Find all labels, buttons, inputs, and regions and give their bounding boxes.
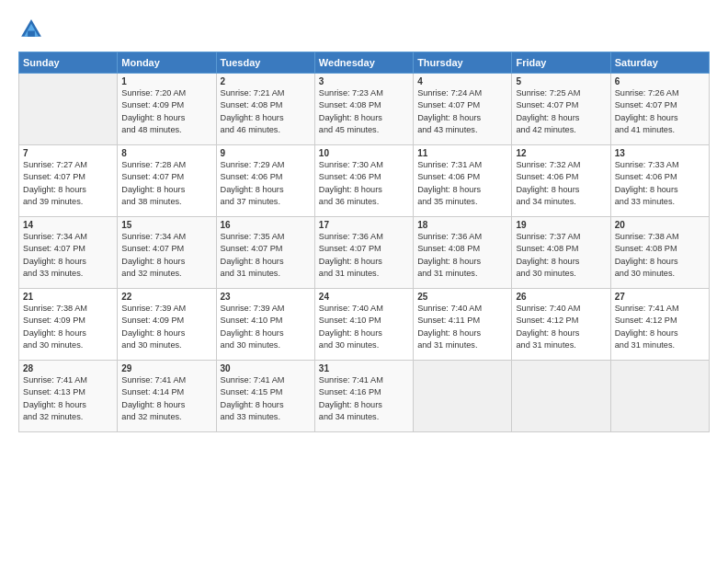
day-info: Sunrise: 7:28 AMSunset: 4:07 PMDaylight:… <box>121 159 211 208</box>
day-number: 30 <box>221 363 311 373</box>
calendar-cell: 28Sunrise: 7:41 AMSunset: 4:13 PMDayligh… <box>19 361 118 432</box>
calendar-cell: 16Sunrise: 7:35 AMSunset: 4:07 PMDayligh… <box>216 217 314 289</box>
day-number: 12 <box>516 148 606 158</box>
day-info: Sunrise: 7:25 AMSunset: 4:07 PMDaylight:… <box>516 87 606 136</box>
day-info: Sunrise: 7:41 AMSunset: 4:15 PMDaylight:… <box>221 374 311 423</box>
calendar-cell: 24Sunrise: 7:40 AMSunset: 4:10 PMDayligh… <box>314 289 413 361</box>
calendar-cell: 12Sunrise: 7:32 AMSunset: 4:06 PMDayligh… <box>512 145 610 217</box>
week-row-2: 14Sunrise: 7:34 AMSunset: 4:07 PMDayligh… <box>19 217 710 289</box>
day-info: Sunrise: 7:27 AMSunset: 4:07 PMDaylight:… <box>23 159 113 208</box>
day-info: Sunrise: 7:34 AMSunset: 4:07 PMDaylight:… <box>23 231 113 280</box>
col-header-sunday: Sunday <box>19 52 118 74</box>
day-number: 27 <box>615 292 705 302</box>
day-number: 29 <box>121 363 211 373</box>
col-header-saturday: Saturday <box>610 52 709 74</box>
calendar-header-row: SundayMondayTuesdayWednesdayThursdayFrid… <box>19 52 710 74</box>
calendar-cell: 23Sunrise: 7:39 AMSunset: 4:10 PMDayligh… <box>216 289 314 361</box>
calendar-cell: 18Sunrise: 7:36 AMSunset: 4:08 PMDayligh… <box>414 217 512 289</box>
day-info: Sunrise: 7:35 AMSunset: 4:07 PMDaylight:… <box>221 231 311 280</box>
col-header-friday: Friday <box>512 52 610 74</box>
calendar-body: 1Sunrise: 7:20 AMSunset: 4:09 PMDaylight… <box>19 74 710 432</box>
day-number: 19 <box>516 220 606 230</box>
day-number: 2 <box>221 76 311 86</box>
calendar-cell: 29Sunrise: 7:41 AMSunset: 4:14 PMDayligh… <box>118 361 216 432</box>
day-number: 5 <box>516 76 606 86</box>
calendar-cell: 31Sunrise: 7:41 AMSunset: 4:16 PMDayligh… <box>314 361 413 432</box>
day-number: 25 <box>417 292 507 302</box>
calendar-cell: 1Sunrise: 7:20 AMSunset: 4:09 PMDaylight… <box>118 74 216 145</box>
week-row-4: 28Sunrise: 7:41 AMSunset: 4:13 PMDayligh… <box>19 361 710 432</box>
day-info: Sunrise: 7:40 AMSunset: 4:10 PMDaylight:… <box>319 303 409 351</box>
col-header-tuesday: Tuesday <box>216 52 314 74</box>
calendar-cell: 3Sunrise: 7:23 AMSunset: 4:08 PMDaylight… <box>314 74 413 145</box>
calendar-table: SundayMondayTuesdayWednesdayThursdayFrid… <box>18 52 710 432</box>
calendar-cell <box>610 361 709 432</box>
calendar-cell: 27Sunrise: 7:41 AMSunset: 4:12 PMDayligh… <box>610 289 709 361</box>
calendar-cell: 6Sunrise: 7:26 AMSunset: 4:07 PMDaylight… <box>610 74 709 145</box>
day-number: 10 <box>319 148 409 158</box>
calendar-cell: 15Sunrise: 7:34 AMSunset: 4:07 PMDayligh… <box>118 217 216 289</box>
header <box>18 17 710 42</box>
col-header-wednesday: Wednesday <box>314 52 413 74</box>
day-info: Sunrise: 7:34 AMSunset: 4:07 PMDaylight:… <box>121 231 211 280</box>
day-number: 24 <box>319 292 409 302</box>
day-info: Sunrise: 7:21 AMSunset: 4:08 PMDaylight:… <box>221 87 311 136</box>
day-info: Sunrise: 7:24 AMSunset: 4:07 PMDaylight:… <box>417 87 507 136</box>
day-number: 17 <box>319 220 409 230</box>
day-info: Sunrise: 7:37 AMSunset: 4:08 PMDaylight:… <box>516 231 606 280</box>
day-number: 3 <box>319 76 409 86</box>
day-number: 31 <box>319 363 409 373</box>
calendar-cell: 7Sunrise: 7:27 AMSunset: 4:07 PMDaylight… <box>19 145 118 217</box>
day-info: Sunrise: 7:38 AMSunset: 4:08 PMDaylight:… <box>615 231 705 280</box>
calendar-cell: 13Sunrise: 7:33 AMSunset: 4:06 PMDayligh… <box>610 145 709 217</box>
col-header-monday: Monday <box>118 52 216 74</box>
calendar-cell: 20Sunrise: 7:38 AMSunset: 4:08 PMDayligh… <box>610 217 709 289</box>
day-info: Sunrise: 7:41 AMSunset: 4:12 PMDaylight:… <box>615 303 705 351</box>
day-number: 9 <box>221 148 311 158</box>
day-number: 6 <box>615 76 705 86</box>
day-info: Sunrise: 7:32 AMSunset: 4:06 PMDaylight:… <box>516 159 606 208</box>
calendar-cell: 25Sunrise: 7:40 AMSunset: 4:11 PMDayligh… <box>414 289 512 361</box>
day-info: Sunrise: 7:26 AMSunset: 4:07 PMDaylight:… <box>615 87 705 136</box>
week-row-3: 21Sunrise: 7:38 AMSunset: 4:09 PMDayligh… <box>19 289 710 361</box>
day-number: 4 <box>417 76 507 86</box>
day-number: 21 <box>23 292 113 302</box>
svg-rect-2 <box>28 31 35 37</box>
day-number: 11 <box>417 148 507 158</box>
day-number: 16 <box>221 220 311 230</box>
day-info: Sunrise: 7:31 AMSunset: 4:06 PMDaylight:… <box>417 159 507 208</box>
calendar-cell: 10Sunrise: 7:30 AMSunset: 4:06 PMDayligh… <box>314 145 413 217</box>
day-info: Sunrise: 7:41 AMSunset: 4:16 PMDaylight:… <box>319 374 409 423</box>
day-info: Sunrise: 7:29 AMSunset: 4:06 PMDaylight:… <box>221 159 311 208</box>
calendar-cell: 2Sunrise: 7:21 AMSunset: 4:08 PMDaylight… <box>216 74 314 145</box>
day-info: Sunrise: 7:36 AMSunset: 4:07 PMDaylight:… <box>319 231 409 280</box>
calendar-cell <box>414 361 512 432</box>
day-number: 1 <box>121 76 211 86</box>
day-info: Sunrise: 7:38 AMSunset: 4:09 PMDaylight:… <box>23 303 113 351</box>
logo-icon <box>18 17 44 42</box>
day-number: 23 <box>221 292 311 302</box>
calendar-cell <box>512 361 610 432</box>
day-number: 20 <box>615 220 705 230</box>
day-info: Sunrise: 7:39 AMSunset: 4:10 PMDaylight:… <box>221 303 311 351</box>
calendar-cell: 14Sunrise: 7:34 AMSunset: 4:07 PMDayligh… <box>19 217 118 289</box>
day-info: Sunrise: 7:41 AMSunset: 4:13 PMDaylight:… <box>23 374 113 423</box>
day-info: Sunrise: 7:33 AMSunset: 4:06 PMDaylight:… <box>615 159 705 208</box>
day-number: 15 <box>121 220 211 230</box>
calendar-cell: 17Sunrise: 7:36 AMSunset: 4:07 PMDayligh… <box>314 217 413 289</box>
calendar-cell: 9Sunrise: 7:29 AMSunset: 4:06 PMDaylight… <box>216 145 314 217</box>
day-number: 7 <box>23 148 113 158</box>
calendar-cell: 5Sunrise: 7:25 AMSunset: 4:07 PMDaylight… <box>512 74 610 145</box>
calendar-cell: 11Sunrise: 7:31 AMSunset: 4:06 PMDayligh… <box>414 145 512 217</box>
calendar-cell: 26Sunrise: 7:40 AMSunset: 4:12 PMDayligh… <box>512 289 610 361</box>
day-info: Sunrise: 7:39 AMSunset: 4:09 PMDaylight:… <box>121 303 211 351</box>
day-info: Sunrise: 7:41 AMSunset: 4:14 PMDaylight:… <box>121 374 211 423</box>
calendar-cell <box>19 74 118 145</box>
calendar-cell: 21Sunrise: 7:38 AMSunset: 4:09 PMDayligh… <box>19 289 118 361</box>
calendar-cell: 8Sunrise: 7:28 AMSunset: 4:07 PMDaylight… <box>118 145 216 217</box>
day-number: 28 <box>23 363 113 373</box>
day-info: Sunrise: 7:20 AMSunset: 4:09 PMDaylight:… <box>121 87 211 136</box>
week-row-0: 1Sunrise: 7:20 AMSunset: 4:09 PMDaylight… <box>19 74 710 145</box>
day-info: Sunrise: 7:23 AMSunset: 4:08 PMDaylight:… <box>319 87 409 136</box>
day-number: 18 <box>417 220 507 230</box>
